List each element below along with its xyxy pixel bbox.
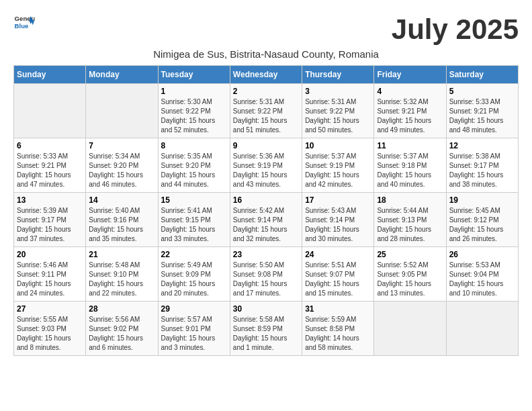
calendar-cell: 19Sunrise: 5:45 AMSunset: 9:12 PMDayligh… [446, 193, 518, 247]
day-info: Sunrise: 5:40 AMSunset: 9:16 PMDaylight:… [89, 207, 143, 242]
calendar-cell: 7Sunrise: 5:34 AMSunset: 9:20 PMDaylight… [86, 138, 158, 193]
day-info: Sunrise: 5:56 AMSunset: 9:02 PMDaylight:… [89, 316, 143, 351]
calendar-cell: 2Sunrise: 5:31 AMSunset: 9:22 PMDaylight… [230, 84, 302, 138]
calendar-cell: 13Sunrise: 5:39 AMSunset: 9:17 PMDayligh… [14, 193, 86, 247]
calendar-cell: 25Sunrise: 5:52 AMSunset: 9:05 PMDayligh… [374, 247, 446, 302]
day-of-week-header: Tuesday [158, 66, 230, 84]
day-number: 18 [377, 195, 443, 205]
day-info: Sunrise: 5:58 AMSunset: 8:59 PMDaylight:… [233, 316, 287, 351]
day-number: 22 [161, 250, 227, 259]
calendar-cell: 23Sunrise: 5:50 AMSunset: 9:08 PMDayligh… [230, 247, 302, 302]
calendar-cell: 24Sunrise: 5:51 AMSunset: 9:07 PMDayligh… [302, 247, 374, 302]
day-info: Sunrise: 5:31 AMSunset: 9:22 PMDaylight:… [233, 98, 287, 134]
day-number: 11 [377, 141, 443, 150]
day-number: 28 [89, 304, 154, 314]
logo-icon: General Blue [13, 13, 35, 32]
day-number: 30 [233, 304, 299, 314]
day-info: Sunrise: 5:49 AMSunset: 9:09 PMDaylight:… [161, 261, 216, 297]
day-info: Sunrise: 5:32 AMSunset: 9:21 PMDaylight:… [377, 98, 431, 134]
calendar-cell: 16Sunrise: 5:42 AMSunset: 9:14 PMDayligh… [230, 193, 302, 247]
day-number: 12 [449, 141, 515, 150]
day-number: 3 [305, 87, 371, 96]
calendar-cell: 27Sunrise: 5:55 AMSunset: 9:03 PMDayligh… [14, 302, 86, 356]
calendar-cell: 3Sunrise: 5:31 AMSunset: 9:22 PMDaylight… [302, 84, 374, 138]
day-info: Sunrise: 5:41 AMSunset: 9:15 PMDaylight:… [161, 207, 216, 242]
day-info: Sunrise: 5:43 AMSunset: 9:14 PMDaylight:… [305, 207, 359, 242]
calendar-table: SundayMondayTuesdayWednesdayThursdayFrid… [13, 65, 519, 356]
day-info: Sunrise: 5:35 AMSunset: 9:20 PMDaylight:… [161, 152, 216, 188]
day-of-week-header: Sunday [14, 66, 86, 84]
calendar-cell: 31Sunrise: 5:59 AMSunset: 8:58 PMDayligh… [302, 302, 374, 356]
calendar-cell: 29Sunrise: 5:57 AMSunset: 9:01 PMDayligh… [158, 302, 230, 356]
calendar-cell: 26Sunrise: 5:53 AMSunset: 9:04 PMDayligh… [446, 247, 518, 302]
day-number: 14 [89, 195, 154, 205]
calendar-cell: 9Sunrise: 5:36 AMSunset: 9:19 PMDaylight… [230, 138, 302, 193]
day-of-week-header: Friday [374, 66, 446, 84]
day-info: Sunrise: 5:39 AMSunset: 9:17 PMDaylight:… [17, 207, 71, 242]
calendar-cell: 15Sunrise: 5:41 AMSunset: 9:15 PMDayligh… [158, 193, 230, 247]
day-number: 20 [17, 250, 83, 259]
day-info: Sunrise: 5:46 AMSunset: 9:11 PMDaylight:… [17, 261, 71, 297]
calendar-cell: 28Sunrise: 5:56 AMSunset: 9:02 PMDayligh… [86, 302, 158, 356]
day-number: 13 [17, 195, 83, 205]
day-info: Sunrise: 5:37 AMSunset: 9:18 PMDaylight:… [377, 152, 431, 188]
calendar-cell: 22Sunrise: 5:49 AMSunset: 9:09 PMDayligh… [158, 247, 230, 302]
day-number: 31 [305, 304, 371, 314]
day-number: 24 [305, 250, 371, 259]
day-info: Sunrise: 5:37 AMSunset: 9:19 PMDaylight:… [305, 152, 359, 188]
calendar-cell [86, 84, 158, 138]
day-info: Sunrise: 5:33 AMSunset: 9:21 PMDaylight:… [17, 152, 71, 188]
day-info: Sunrise: 5:31 AMSunset: 9:22 PMDaylight:… [305, 98, 359, 134]
day-info: Sunrise: 5:51 AMSunset: 9:07 PMDaylight:… [305, 261, 359, 297]
day-number: 4 [377, 87, 443, 96]
day-number: 6 [17, 141, 83, 150]
day-number: 25 [377, 250, 443, 259]
day-number: 7 [89, 141, 154, 150]
calendar-cell: 12Sunrise: 5:38 AMSunset: 9:17 PMDayligh… [446, 138, 518, 193]
day-info: Sunrise: 5:34 AMSunset: 9:20 PMDaylight:… [89, 152, 143, 188]
location-subtitle: Nimigea de Sus, Bistrita-Nasaud County, … [13, 48, 519, 60]
calendar-cell: 11Sunrise: 5:37 AMSunset: 9:18 PMDayligh… [374, 138, 446, 193]
calendar-cell [374, 302, 446, 356]
day-number: 10 [305, 141, 371, 150]
logo: General Blue [13, 13, 36, 32]
day-number: 16 [233, 195, 299, 205]
day-number: 19 [449, 195, 515, 205]
day-number: 5 [449, 87, 515, 96]
day-info: Sunrise: 5:59 AMSunset: 8:58 PMDaylight:… [305, 316, 359, 351]
calendar-cell: 10Sunrise: 5:37 AMSunset: 9:19 PMDayligh… [302, 138, 374, 193]
day-info: Sunrise: 5:45 AMSunset: 9:12 PMDaylight:… [449, 207, 504, 242]
day-number: 8 [161, 141, 227, 150]
calendar-cell: 20Sunrise: 5:46 AMSunset: 9:11 PMDayligh… [14, 247, 86, 302]
day-info: Sunrise: 5:42 AMSunset: 9:14 PMDaylight:… [233, 207, 287, 242]
day-number: 27 [17, 304, 83, 314]
day-number: 21 [89, 250, 154, 259]
day-of-week-header: Saturday [446, 66, 518, 84]
day-info: Sunrise: 5:53 AMSunset: 9:04 PMDaylight:… [449, 261, 504, 297]
svg-text:Blue: Blue [15, 22, 29, 30]
day-info: Sunrise: 5:44 AMSunset: 9:13 PMDaylight:… [377, 207, 431, 242]
day-info: Sunrise: 5:48 AMSunset: 9:10 PMDaylight:… [89, 261, 143, 297]
calendar-cell: 17Sunrise: 5:43 AMSunset: 9:14 PMDayligh… [302, 193, 374, 247]
day-info: Sunrise: 5:36 AMSunset: 9:19 PMDaylight:… [233, 152, 287, 188]
calendar-cell: 8Sunrise: 5:35 AMSunset: 9:20 PMDaylight… [158, 138, 230, 193]
day-number: 9 [233, 141, 299, 150]
month-title: July 2025 [392, 13, 519, 46]
calendar-cell: 14Sunrise: 5:40 AMSunset: 9:16 PMDayligh… [86, 193, 158, 247]
day-number: 29 [161, 304, 227, 314]
day-info: Sunrise: 5:57 AMSunset: 9:01 PMDaylight:… [161, 316, 216, 351]
day-number: 15 [161, 195, 227, 205]
day-number: 1 [161, 87, 227, 96]
day-info: Sunrise: 5:55 AMSunset: 9:03 PMDaylight:… [17, 316, 71, 351]
calendar-cell: 18Sunrise: 5:44 AMSunset: 9:13 PMDayligh… [374, 193, 446, 247]
calendar-cell: 6Sunrise: 5:33 AMSunset: 9:21 PMDaylight… [14, 138, 86, 193]
day-info: Sunrise: 5:50 AMSunset: 9:08 PMDaylight:… [233, 261, 287, 297]
calendar-cell: 21Sunrise: 5:48 AMSunset: 9:10 PMDayligh… [86, 247, 158, 302]
day-of-week-header: Thursday [302, 66, 374, 84]
day-number: 23 [233, 250, 299, 259]
day-info: Sunrise: 5:38 AMSunset: 9:17 PMDaylight:… [449, 152, 504, 188]
calendar-cell: 30Sunrise: 5:58 AMSunset: 8:59 PMDayligh… [230, 302, 302, 356]
page-header: General Blue July 2025 [13, 13, 519, 46]
day-info: Sunrise: 5:30 AMSunset: 9:22 PMDaylight:… [161, 98, 216, 134]
calendar-cell: 4Sunrise: 5:32 AMSunset: 9:21 PMDaylight… [374, 84, 446, 138]
